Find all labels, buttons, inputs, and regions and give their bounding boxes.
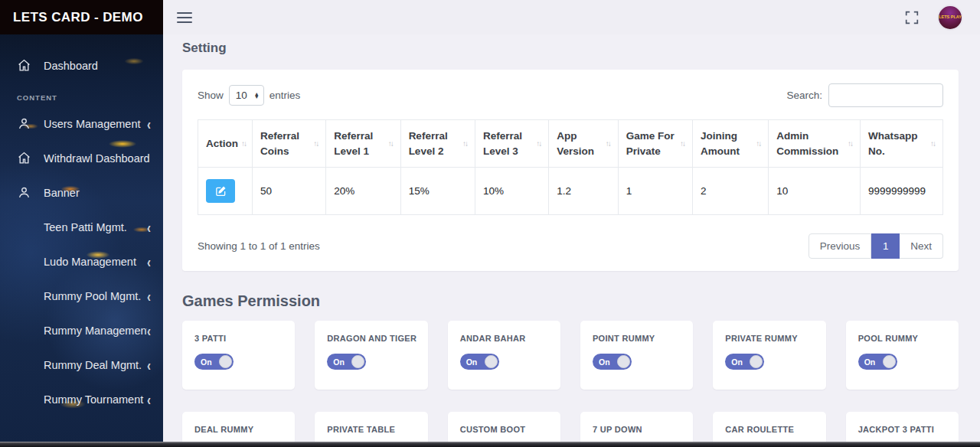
game-name: ANDAR BAHAR — [460, 333, 550, 344]
sidebar-item-label: Rummy Tournament — [44, 393, 147, 406]
game-toggle[interactable]: On — [725, 354, 764, 370]
chevron-left-icon: ‹ — [147, 357, 151, 373]
column-header-referral-level-1[interactable]: Referral Level 1↑↓ — [326, 120, 400, 168]
game-toggle[interactable]: On — [593, 354, 632, 370]
column-header-admin-commission[interactable]: Admin Commission↑↓ — [769, 120, 861, 168]
admin-commission-cell: 10 — [769, 168, 861, 215]
column-header-app-version[interactable]: App Version↑↓ — [549, 120, 618, 168]
sidebar-item-teen-patti-mgmt[interactable]: Teen Patti Mgmt. ‹ — [0, 210, 163, 244]
toggle-knob-icon — [750, 355, 763, 368]
sidebar-item-label: Withdrawl Dashboard — [44, 152, 151, 165]
grid-icon — [17, 358, 31, 372]
home-icon — [17, 152, 31, 165]
game-card-3-patti: 3 PATTI On — [182, 321, 295, 390]
select-arrows-icon: ▲▼ — [254, 93, 260, 99]
game-name: 3 PATTI — [194, 333, 284, 344]
sidebar-item-label: Ludo Management — [44, 256, 147, 268]
column-header-game-for-private[interactable]: Game For Private↑↓ — [618, 120, 692, 168]
sidebar-item-label: Rummy Deal Mgmt. — [44, 359, 147, 371]
sidebar-item-rummy-pool-mgmt[interactable]: Rummy Pool Mgmt. ‹ — [0, 279, 163, 313]
sort-icon: ↑↓ — [756, 139, 760, 148]
toggle-knob-icon — [219, 355, 232, 368]
toggle-knob-icon — [351, 355, 364, 368]
referral-level-1-cell: 20% — [326, 168, 400, 215]
sidebar-item-label: Teen Patti Mgmt. — [44, 221, 147, 233]
screen-bottom-edge — [0, 442, 980, 447]
sidebar-section-content: CONTENT — [0, 83, 163, 106]
pagination: Previous 1 Next — [808, 233, 943, 259]
sort-icon: ↑↓ — [930, 139, 935, 148]
topbar: LETS PLAY — [163, 0, 980, 34]
app-version-cell: 1.2 — [549, 168, 618, 215]
table-row: 50 20% 15% 10% 1.2 1 2 10 9999999999 — [198, 168, 943, 215]
main-area: LETS PLAY Setting Show 10 ▲▼ entries Sea… — [163, 0, 980, 447]
sort-icon: ↑↓ — [313, 139, 318, 148]
app-window: LETS CARD - DEMO Dashboard CONTENT Users… — [0, 0, 980, 447]
column-header-referral-level-2[interactable]: Referral Level 2↑↓ — [400, 120, 475, 168]
sort-icon: ↑↓ — [606, 139, 610, 148]
column-header-referral-coins[interactable]: Referral Coins↑↓ — [253, 120, 326, 168]
column-header-referral-level-3[interactable]: Referral Level 3↑↓ — [475, 120, 548, 168]
edit-button[interactable] — [206, 179, 235, 203]
sidebar-item-label: Rummy Management — [44, 325, 147, 337]
grid-icon — [17, 220, 31, 234]
game-toggle[interactable]: On — [460, 354, 499, 370]
game-name: DEAL RUMMY — [194, 424, 284, 436]
game-name: POINT RUMMY — [593, 333, 682, 344]
game-name: PRIVATE RUMMY — [725, 333, 815, 344]
pagination-page-1-button[interactable]: 1 — [871, 233, 900, 259]
sidebar-item-label: Banner — [44, 187, 151, 199]
page-size-select[interactable]: 10 ▲▼ — [229, 85, 264, 106]
game-toggle[interactable]: On — [327, 354, 366, 370]
column-header-whatsapp-no[interactable]: Whatsapp No.↑↓ — [860, 120, 942, 168]
sidebar-item-ludo-management[interactable]: Ludo Management ‹ — [0, 244, 163, 279]
referral-level-2-cell: 15% — [400, 168, 475, 215]
menu-toggle-icon[interactable] — [177, 9, 192, 26]
sidebar-item-rummy-management[interactable]: Rummy Management ‹ — [0, 313, 163, 347]
chevron-left-icon: ‹ — [147, 253, 151, 269]
settings-table: Action↑↓ Referral Coins↑↓ Referral Level… — [198, 119, 943, 215]
table-header-row: Action↑↓ Referral Coins↑↓ Referral Level… — [198, 120, 943, 168]
page-content: Setting Show 10 ▲▼ entries Search: — [163, 34, 980, 447]
pagination-next-button[interactable]: Next — [900, 233, 943, 259]
game-card-pool-rummy: POOL RUMMY On — [846, 321, 959, 390]
chevron-left-icon: ‹ — [147, 391, 151, 407]
fullscreen-icon[interactable] — [905, 11, 919, 24]
game-name: 7 UP DOWN — [593, 424, 682, 436]
toggle-knob-icon — [485, 355, 498, 368]
sidebar-item-withdrawl-dashboard[interactable]: Withdrawl Dashboard — [0, 141, 163, 175]
search-input[interactable] — [828, 83, 943, 107]
table-footer: Showing 1 to 1 of 1 entries Previous 1 N… — [198, 233, 943, 259]
chevron-left-icon: ‹ — [147, 288, 151, 304]
user-icon — [17, 117, 31, 131]
toggle-knob-icon — [617, 355, 630, 368]
whatsapp-no-cell: 9999999999 — [860, 168, 942, 215]
entries-label: entries — [270, 90, 301, 101]
page-title: Setting — [182, 41, 959, 56]
game-toggle[interactable]: On — [858, 354, 897, 370]
sort-icon: ↑↓ — [536, 139, 541, 148]
setting-table-card: Show 10 ▲▼ entries Search: Action↑↓ — [182, 70, 959, 271]
column-header-joining-amount[interactable]: Joining Amount↑↓ — [693, 120, 769, 168]
show-label: Show — [198, 90, 224, 101]
brand-title: LETS CARD - DEMO — [0, 0, 163, 34]
sidebar-item-dashboard[interactable]: Dashboard — [0, 48, 163, 83]
pagination-previous-button[interactable]: Previous — [808, 233, 872, 259]
chevron-left-icon: ‹ — [147, 116, 151, 132]
game-name: POOL RUMMY — [858, 333, 948, 344]
grid-icon — [17, 289, 31, 303]
game-toggle[interactable]: On — [194, 354, 234, 370]
user-avatar[interactable]: LETS PLAY — [937, 5, 963, 31]
sidebar-item-rummy-tournament[interactable]: Rummy Tournament ‹ — [0, 382, 163, 416]
sort-icon: ↑↓ — [388, 139, 393, 148]
sidebar-item-banner[interactable]: Banner — [0, 175, 163, 210]
column-header-action[interactable]: Action↑↓ — [198, 120, 253, 168]
sort-icon: ↑↓ — [680, 139, 684, 148]
game-card-andar-bahar: ANDAR BAHAR On — [448, 321, 560, 390]
game-name: JACKPOT 3 PATTI — [858, 424, 948, 436]
sidebar-item-users-management[interactable]: Users Management ‹ — [0, 106, 163, 141]
game-name: DRAGON AND TIGER — [327, 333, 416, 344]
sidebar-item-rummy-deal-mgmt[interactable]: Rummy Deal Mgmt. ‹ — [0, 347, 163, 382]
joining-amount-cell: 2 — [693, 168, 769, 215]
game-name: CAR ROULETTE — [725, 424, 815, 436]
